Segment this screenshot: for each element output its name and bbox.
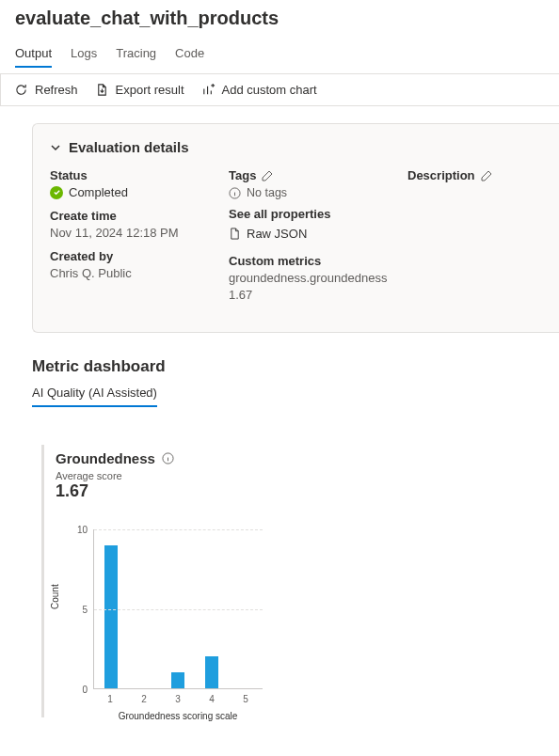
edit-description-icon[interactable] bbox=[481, 170, 492, 181]
created-by-label: Created by bbox=[50, 249, 191, 263]
created-by-value: Chris Q. Public bbox=[50, 266, 191, 280]
x-axis-label: Groundedness scoring scale bbox=[93, 711, 263, 721]
custom-metric-name: groundedness.groundedness bbox=[229, 271, 370, 285]
avg-score-label: Average score bbox=[56, 470, 324, 481]
chevron-down-icon bbox=[50, 142, 61, 153]
description-label: Description bbox=[407, 168, 475, 182]
raw-json-link[interactable]: Raw JSON bbox=[229, 227, 370, 241]
custom-metric-value: 1.67 bbox=[229, 288, 370, 302]
create-time-value: Nov 11, 2024 12:18 PM bbox=[50, 226, 191, 240]
refresh-icon bbox=[14, 83, 28, 97]
add-chart-button[interactable]: Add custom chart bbox=[201, 83, 317, 97]
avg-score-value: 1.67 bbox=[56, 481, 324, 501]
tab-tracing[interactable]: Tracing bbox=[116, 40, 156, 68]
chart-add-icon bbox=[201, 83, 216, 97]
tabs: Output Logs Tracing Code bbox=[15, 40, 559, 68]
bar bbox=[104, 545, 118, 688]
info-icon[interactable] bbox=[162, 452, 174, 465]
export-button[interactable]: Export result bbox=[95, 83, 184, 97]
no-tags-text: No tags bbox=[247, 186, 287, 199]
tab-logs[interactable]: Logs bbox=[71, 40, 97, 68]
groundedness-card: Groundedness Average score 1.67 Count 05… bbox=[41, 445, 324, 717]
y-tick: 0 bbox=[69, 685, 88, 695]
subtab-ai-quality[interactable]: AI Quality (AI Assisted) bbox=[32, 382, 157, 407]
bar bbox=[171, 672, 184, 688]
success-icon bbox=[50, 186, 63, 199]
page-title: evaluate_chat_with_products bbox=[15, 8, 559, 29]
details-toggle[interactable]: Evaluation details bbox=[50, 139, 542, 155]
file-icon bbox=[229, 228, 241, 240]
evaluation-details-card: Evaluation details Status Completed Crea… bbox=[32, 123, 559, 333]
edit-tags-icon[interactable] bbox=[262, 170, 273, 181]
groundedness-chart: Count 0510 12345 Groundedness scoring sc… bbox=[56, 529, 263, 717]
export-label: Export result bbox=[116, 83, 184, 97]
dashboard-heading: Metric dashboard bbox=[32, 357, 559, 376]
refresh-label: Refresh bbox=[35, 83, 78, 97]
status-value: Completed bbox=[69, 185, 128, 199]
refresh-button[interactable]: Refresh bbox=[14, 83, 78, 97]
raw-json-label: Raw JSON bbox=[247, 227, 307, 241]
bar bbox=[205, 656, 218, 688]
add-chart-label: Add custom chart bbox=[222, 83, 317, 97]
details-heading: Evaluation details bbox=[69, 139, 189, 155]
toolbar: Refresh Export result Add custom chart bbox=[0, 73, 559, 106]
info-icon bbox=[229, 187, 241, 199]
export-icon bbox=[95, 83, 109, 97]
status-label: Status bbox=[50, 168, 191, 182]
x-tick: 2 bbox=[127, 694, 161, 704]
x-tick: 5 bbox=[229, 694, 263, 704]
see-all-properties-link[interactable]: See all properties bbox=[229, 207, 370, 221]
custom-metrics-label: Custom metrics bbox=[229, 254, 370, 268]
chart-title: Groundedness bbox=[56, 450, 155, 466]
tab-code[interactable]: Code bbox=[175, 40, 204, 68]
tab-output[interactable]: Output bbox=[15, 40, 52, 68]
create-time-label: Create time bbox=[50, 209, 191, 223]
x-tick: 4 bbox=[195, 694, 229, 704]
x-tick: 3 bbox=[161, 694, 195, 704]
y-tick: 10 bbox=[69, 525, 88, 535]
x-tick: 1 bbox=[93, 694, 127, 704]
y-axis-label: Count bbox=[50, 584, 60, 609]
y-tick: 5 bbox=[69, 605, 88, 615]
tags-label: Tags bbox=[229, 168, 256, 182]
